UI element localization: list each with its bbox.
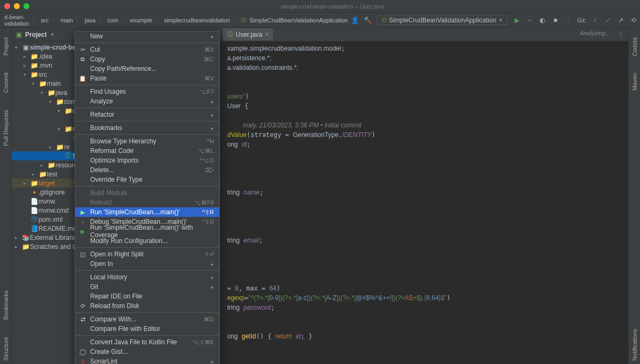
git-label: Git: <box>577 17 586 23</box>
menu-browsetype[interactable]: Browse Type Hierarchy^H <box>75 136 219 146</box>
close-tab-icon[interactable]: ✕ <box>265 31 269 37</box>
menu-repair[interactable]: Repair IDE on File <box>75 292 219 301</box>
class-icon: Ⓒ <box>241 17 246 24</box>
panel-title: Project <box>25 31 47 38</box>
breadcrumb[interactable]: SimpleCrudBeanValidationApplication <box>249 17 349 23</box>
context-menu: New▸ ✂Cut⌘X ⧉Copy⌘C Copy Path/Reference.… <box>75 31 220 364</box>
scissors-icon: ✂ <box>78 46 87 53</box>
menu-new[interactable]: New▸ <box>75 31 219 41</box>
reload-icon: ⟳ <box>78 303 87 310</box>
menu-optimize[interactable]: Optimize Imports^⌥O <box>75 156 219 165</box>
breadcrumb[interactable]: src <box>39 17 50 23</box>
breadcrumb[interactable]: simplecrudbeanvalidation <box>163 17 231 23</box>
maximize-window[interactable] <box>23 3 29 9</box>
menu-kotlin[interactable]: Convert Java File to Kotlin File⌥⇧⌘K <box>75 337 219 347</box>
menu-findusages[interactable]: Find Usages⌥F7 <box>75 87 219 96</box>
bug-icon: ⌁ <box>78 219 87 225</box>
copy-icon: ⧉ <box>78 56 87 63</box>
breadcrumb[interactable]: d-bean-validation <box>3 14 30 27</box>
menu-compare[interactable]: ⇄Compare With...⌘D <box>75 314 219 324</box>
tab-label: User.java <box>236 31 262 38</box>
editor-tab[interactable]: Ⓒ User.java ✕ <box>223 28 273 41</box>
git-push-icon[interactable]: ↗ <box>617 17 625 24</box>
menu-build: Build Module <box>75 188 219 198</box>
coverage-icon: ▶ <box>78 228 87 235</box>
sidebar-tab-codota[interactable]: Codota <box>631 34 638 59</box>
user-icon[interactable]: 👤 <box>351 17 358 24</box>
menu-rebuild: Rebuild⌥⌘F9 <box>75 198 219 207</box>
tab-options-icon[interactable]: ⋮ <box>613 31 628 38</box>
sidebar-tab-notifications[interactable]: Notifications <box>631 326 638 364</box>
sidebar-tab-maven[interactable]: Maven <box>631 70 638 94</box>
menu-git[interactable]: Git▸ <box>75 282 219 292</box>
window-title: simple-crud-bean-validation – User.java <box>29 3 636 10</box>
menu-opensplit[interactable]: ◫Open in Right Split⇧⏎ <box>75 249 219 259</box>
menu-reload[interactable]: ⟳Reload from Disk <box>75 301 219 311</box>
code-editor[interactable]: xample.simplecrudbeanvalidation.model; a… <box>221 42 628 343</box>
menu-override[interactable]: Override File Type <box>75 175 219 184</box>
java-class-icon: Ⓒ <box>227 30 234 39</box>
menu-localhist[interactable]: Local History▸ <box>75 272 219 282</box>
sidebar-tab-bookmarks[interactable]: Bookmarks <box>3 287 9 323</box>
play-icon: ▶ <box>78 209 87 216</box>
chevron-icon: 〉 <box>32 17 37 24</box>
menu-sonar[interactable]: ⊘SonarLint▸ <box>75 357 219 364</box>
sidebar-tab-project[interactable]: Project <box>3 34 9 59</box>
run-config-dropdown[interactable]: Ⓒ SimpleCrudBeanValidationApplication ▼ <box>377 15 508 25</box>
menu-modify[interactable]: Modify Run Configuration... <box>75 236 219 246</box>
menu-refactor[interactable]: Refactor▸ <box>75 110 219 119</box>
close-window[interactable] <box>4 3 10 9</box>
menu-coverage[interactable]: ▶Run 'SimpleCrudBean....main()' with Cov… <box>75 227 219 236</box>
run-config-icon: Ⓒ <box>381 17 387 24</box>
git-commit-icon[interactable]: ✓ <box>591 17 599 24</box>
chevron-down-icon[interactable]: ▼ <box>50 32 55 37</box>
menu-bookmarks[interactable]: Bookmarks▸ <box>75 123 219 133</box>
hammer-icon[interactable]: 🔨 <box>364 17 371 24</box>
menu-copypath[interactable]: Copy Path/Reference... <box>75 64 219 74</box>
breadcrumb[interactable]: main <box>59 17 74 23</box>
menu-copy[interactable]: ⧉Copy⌘C <box>75 54 219 64</box>
stop-icon[interactable]: ■ <box>551 17 559 24</box>
minimize-window[interactable] <box>14 3 20 9</box>
breadcrumb[interactable]: example <box>129 17 154 23</box>
git-history-icon[interactable]: ⟲ <box>630 17 637 24</box>
sidebar-tab-pullrequests[interactable]: Pull Requests <box>3 107 9 149</box>
menu-delete[interactable]: Delete...⌦ <box>75 165 219 175</box>
run-config-label: SimpleCrudBeanValidationApplication <box>389 17 496 24</box>
paste-icon: 📋 <box>78 75 87 82</box>
project-icon: ▣ <box>16 31 22 38</box>
menu-analyze[interactable]: Analyze▸ <box>75 96 219 106</box>
menu-openin[interactable]: Open In▸ <box>75 259 219 269</box>
breadcrumb[interactable]: com <box>106 17 119 23</box>
github-icon: ◯ <box>78 349 87 355</box>
sidebar-tab-structure[interactable]: Structure <box>3 334 9 364</box>
coverage-icon[interactable]: ◐ <box>539 17 546 24</box>
split-icon: ◫ <box>78 251 87 258</box>
menu-cut[interactable]: ✂Cut⌘X <box>75 45 219 54</box>
compare-icon: ⇄ <box>78 316 87 323</box>
git-update-icon[interactable]: ✓ <box>604 17 612 24</box>
menu-gist[interactable]: ◯Create Gist... <box>75 347 219 357</box>
menu-paste[interactable]: 📋Paste⌘V <box>75 74 219 83</box>
breadcrumb[interactable]: java <box>84 17 97 23</box>
sonar-icon: ⊘ <box>78 358 87 365</box>
menu-reformat[interactable]: Reformat Code⌥⌘L <box>75 146 219 156</box>
debug-icon[interactable]: ⌁ <box>526 17 533 24</box>
menu-comparefile[interactable]: Compare File with Editor <box>75 324 219 334</box>
sidebar-tab-commit[interactable]: Commit <box>3 69 9 96</box>
menu-run[interactable]: ▶Run 'SimpleCrudBean....main()'^⇧R <box>75 207 219 217</box>
run-icon[interactable]: ▶ <box>513 17 521 24</box>
analyzing-status: Analyzing... <box>580 30 610 36</box>
chevron-down-icon: ▼ <box>498 18 503 23</box>
